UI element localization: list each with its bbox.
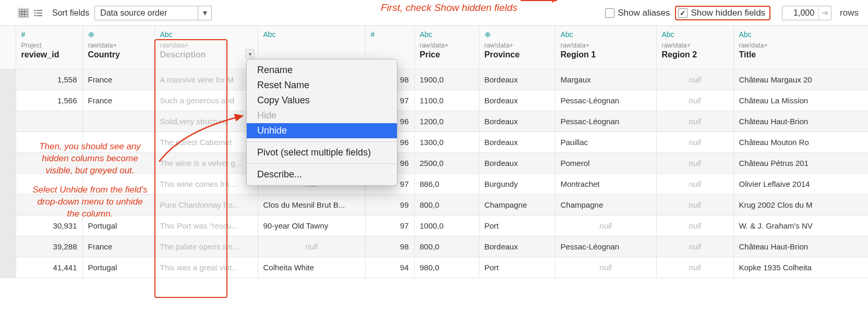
- table-cell[interactable]: 886,0: [414, 173, 479, 194]
- menu-item[interactable]: Unhide: [247, 123, 397, 138]
- table-cell[interactable]: Krug 2002 Clos du M: [733, 194, 868, 215]
- table-cell[interactable]: This Port was "rescu...: [154, 215, 258, 236]
- column-header[interactable]: Abcraw!data+Region 2: [656, 26, 733, 69]
- table-cell[interactable]: Olivier Leflaive 2014: [733, 173, 868, 194]
- table-row[interactable]: Solid,very structure.961200,0BordeauxPes…: [0, 111, 868, 131]
- table-cell[interactable]: 1100,0: [414, 90, 479, 111]
- table-cell[interactable]: Pomerol: [555, 152, 656, 173]
- column-header[interactable]: #Projectreview_id: [16, 26, 82, 69]
- table-cell[interactable]: 980,0: [414, 257, 479, 278]
- table-cell[interactable]: 2500,0: [414, 152, 479, 173]
- table-cell[interactable]: Bordeaux: [479, 69, 555, 90]
- table-cell[interactable]: Burgundy: [479, 173, 555, 194]
- table-cell[interactable]: 90-year Old Tawny: [258, 215, 365, 236]
- show-hidden-fields-checkbox[interactable]: Show hidden fields: [678, 8, 765, 18]
- table-cell[interactable]: null: [656, 236, 733, 257]
- table-row[interactable]: 39,288FranceThe palate opens slo...null9…: [0, 236, 868, 257]
- table-cell[interactable]: [16, 111, 82, 131]
- column-header[interactable]: Abcraw!data+Title: [733, 26, 868, 69]
- column-header[interactable]: Abcraw!data+Price: [414, 26, 479, 69]
- table-cell[interactable]: This was a great vint...: [154, 257, 258, 278]
- table-cell[interactable]: 1900,0: [414, 69, 479, 90]
- table-cell[interactable]: 1300,0: [414, 131, 479, 152]
- table-cell[interactable]: 1000,0: [414, 215, 479, 236]
- table-cell[interactable]: W. & J. Graham's NV: [733, 215, 868, 236]
- table-cell[interactable]: null: [656, 215, 733, 236]
- table-cell[interactable]: Bordeaux: [479, 131, 555, 152]
- table-cell[interactable]: null: [656, 152, 733, 173]
- table-cell[interactable]: Bordeaux: [479, 90, 555, 111]
- column-header[interactable]: ⊕raw!data+Province: [479, 26, 555, 69]
- table-cell[interactable]: [82, 111, 154, 131]
- table-cell[interactable]: Solid,very structure.: [154, 111, 258, 131]
- table-cell[interactable]: Colheita White: [258, 257, 365, 278]
- table-cell[interactable]: null: [258, 236, 365, 257]
- column-header[interactable]: Abcraw!data+Region 1: [555, 26, 656, 69]
- table-cell[interactable]: Portugal: [82, 257, 154, 278]
- show-aliases-checkbox[interactable]: Show aliases: [605, 8, 670, 18]
- table-cell[interactable]: The palate opens slo...: [154, 236, 258, 257]
- table-cell[interactable]: 1200,0: [414, 111, 479, 131]
- table-cell[interactable]: A massive wine for M: [154, 69, 258, 90]
- table-cell[interactable]: Château La Mission: [733, 90, 868, 111]
- table-cell[interactable]: 98: [365, 236, 414, 257]
- table-row[interactable]: 1,566FranceSuch a generous and971100,0Bo…: [0, 90, 868, 111]
- table-cell[interactable]: Château Margaux 20: [733, 69, 868, 90]
- table-cell[interactable]: 800,0: [414, 236, 479, 257]
- table-cell[interactable]: Bordeaux: [479, 111, 555, 131]
- table-cell[interactable]: 1,558: [16, 69, 82, 90]
- table-cell[interactable]: Port: [479, 215, 555, 236]
- table-cell[interactable]: null: [656, 111, 733, 131]
- table-cell[interactable]: Château Pétrus 201: [733, 152, 868, 173]
- column-header[interactable]: Abcraw!data+Description: [154, 26, 258, 69]
- table-cell[interactable]: 800,0: [414, 194, 479, 215]
- table-cell[interactable]: Bordeaux: [479, 152, 555, 173]
- table-cell[interactable]: Pessac-Léognan: [555, 111, 656, 131]
- table-cell[interactable]: Kopke 1935 Colheita: [733, 257, 868, 278]
- table-cell[interactable]: Such a generous and: [154, 90, 258, 111]
- menu-item[interactable]: Describe...: [247, 167, 397, 182]
- table-cell[interactable]: Château Mouton Ro: [733, 131, 868, 152]
- table-cell[interactable]: null: [656, 257, 733, 278]
- menu-item[interactable]: Rename: [247, 63, 397, 78]
- table-cell[interactable]: Champagne: [479, 194, 555, 215]
- rows-count-input[interactable]: 1,000 ➔: [782, 6, 831, 20]
- table-cell[interactable]: null: [656, 173, 733, 194]
- table-cell[interactable]: 94: [365, 257, 414, 278]
- table-cell[interactable]: null: [555, 257, 656, 278]
- table-cell[interactable]: Champagne: [555, 194, 656, 215]
- table-cell[interactable]: 1,566: [16, 90, 82, 111]
- column-menu-button[interactable]: ▾: [245, 49, 255, 58]
- table-cell[interactable]: Château Haut-Brion: [733, 111, 868, 131]
- table-cell[interactable]: The purest Cabernet: [154, 131, 258, 152]
- table-cell[interactable]: Bordeaux: [479, 236, 555, 257]
- table-cell[interactable]: France: [82, 69, 154, 90]
- grid-view-button[interactable]: [18, 8, 29, 18]
- table-cell[interactable]: Port: [479, 257, 555, 278]
- table-cell[interactable]: Clos du Mesnil Brut B...: [258, 194, 365, 215]
- list-view-button[interactable]: [32, 8, 44, 18]
- table-cell[interactable]: Château Haut-Brion: [733, 236, 868, 257]
- table-cell[interactable]: 99: [365, 194, 414, 215]
- column-header[interactable]: ⊕raw!data+Country: [82, 26, 154, 69]
- menu-item[interactable]: Reset Name: [247, 78, 397, 93]
- table-cell[interactable]: 41,441: [16, 257, 82, 278]
- table-cell[interactable]: The wine is a velvet g...: [154, 152, 258, 173]
- table-cell[interactable]: null: [555, 215, 656, 236]
- table-cell[interactable]: Pessac-Léognan: [555, 90, 656, 111]
- table-cell[interactable]: null: [656, 69, 733, 90]
- menu-item[interactable]: Pivot (select multiple fields): [247, 145, 397, 160]
- table-cell[interactable]: Pessac-Léognan: [555, 236, 656, 257]
- table-cell[interactable]: France: [82, 236, 154, 257]
- table-cell[interactable]: null: [656, 131, 733, 152]
- table-cell[interactable]: Montrachet: [555, 173, 656, 194]
- table-row[interactable]: 1,558FranceA massive wine for M981900,0B…: [0, 69, 868, 90]
- table-cell[interactable]: Pure Chardonnay fro...: [154, 194, 258, 215]
- table-row[interactable]: 41,441PortugalThis was a great vint...Co…: [0, 257, 868, 278]
- table-cell[interactable]: 97: [365, 215, 414, 236]
- table-cell[interactable]: This wine comes fro...: [154, 173, 258, 194]
- sort-fields-select[interactable]: Data source order ▾: [94, 6, 212, 20]
- table-cell[interactable]: 39,288: [16, 236, 82, 257]
- table-cell[interactable]: null: [656, 90, 733, 111]
- table-cell[interactable]: Pauillac: [555, 131, 656, 152]
